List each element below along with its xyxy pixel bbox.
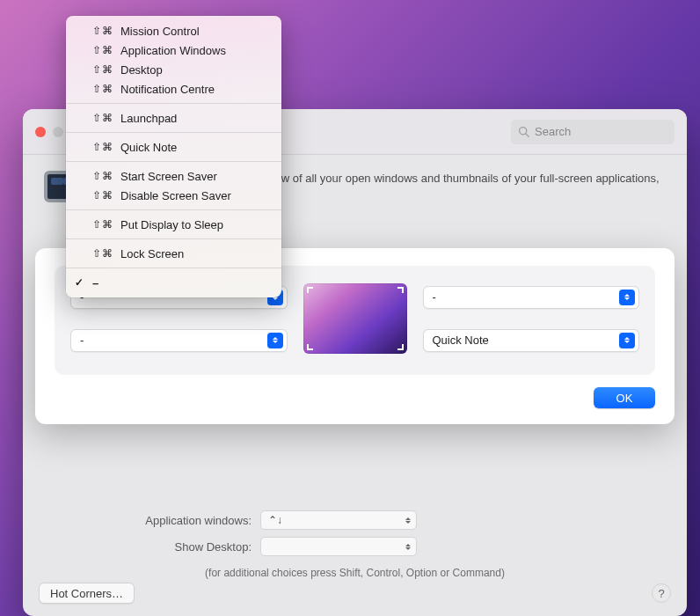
menu-separator <box>66 103 281 104</box>
shortcut-hint: (for additional choices press Shift, Con… <box>44 567 666 579</box>
corner-value: Quick Note <box>433 334 489 347</box>
menu-item[interactable]: ⇧⌘Mission Control <box>66 21 281 40</box>
bottom-bar: Hot Corners… ? <box>39 583 671 604</box>
menu-separator <box>66 238 281 239</box>
search-field[interactable]: Search <box>511 120 674 144</box>
help-button[interactable]: ? <box>652 583 671 603</box>
menu-item[interactable]: ⇧⌘Desktop <box>66 60 281 79</box>
shortcut-glyph: ⇧⌘ <box>92 83 113 95</box>
chevron-updown-icon <box>619 290 635 305</box>
menu-item[interactable]: ⇧⌘Quick Note <box>66 137 281 157</box>
shortcut-glyph: ⇧⌘ <box>92 189 113 202</box>
minimize-button[interactable] <box>53 127 63 137</box>
chevron-updown-icon <box>405 517 411 524</box>
shortcut-glyph: ⇧⌘ <box>92 112 113 124</box>
search-icon <box>518 126 529 137</box>
menu-item[interactable]: ⇧⌘Application Windows <box>66 40 281 60</box>
corner-action-menu: ⇧⌘Mission Control⇧⌘Application Windows⇧⌘… <box>66 16 281 297</box>
shortcut-glyph: ⇧⌘ <box>92 44 113 56</box>
app-windows-label: Application windows: <box>44 514 252 527</box>
shortcut-glyph: ⇧⌘ <box>92 247 113 260</box>
ok-button[interactable]: OK <box>594 387 655 408</box>
menu-item-label: Launchpad <box>120 112 177 125</box>
menu-item-label: Desktop <box>120 63 163 77</box>
corner-select-bottom-left[interactable]: - <box>70 329 288 352</box>
menu-item-label: Put Display to Sleep <box>120 218 223 231</box>
menu-item[interactable]: ⇧⌘Start Screen Saver <box>66 166 281 186</box>
menu-item[interactable]: ⇧⌘Launchpad <box>66 108 281 128</box>
app-windows-value: ⌃↓ <box>268 514 282 526</box>
menu-separator <box>66 268 281 268</box>
shortcut-glyph: ⇧⌘ <box>92 25 113 37</box>
menu-item[interactable]: ⇧⌘Disable Screen Saver <box>66 186 281 205</box>
corner-value: - <box>80 334 84 347</box>
chevron-updown-icon <box>267 333 283 348</box>
screen-preview <box>303 283 407 354</box>
show-desktop-select[interactable] <box>260 537 417 556</box>
chevron-updown-icon <box>619 333 635 348</box>
close-button[interactable] <box>35 127 46 137</box>
menu-separator <box>66 132 281 133</box>
shortcut-glyph: ⇧⌘ <box>92 218 113 231</box>
menu-item-label: Quick Note <box>120 141 177 154</box>
menu-item-label: Notification Centre <box>120 83 215 96</box>
menu-item[interactable]: ⇧⌘Notification Centre <box>66 79 281 99</box>
chevron-updown-icon <box>405 544 411 550</box>
app-windows-select[interactable]: ⌃↓ <box>260 510 417 530</box>
corner-indicator-bl <box>307 338 319 350</box>
keyboard-shortcut-rows: Application windows: ⌃↓ Show Desktop: (f… <box>44 507 666 579</box>
svg-line-1 <box>526 134 529 136</box>
shortcut-glyph: ⇧⌘ <box>92 170 113 182</box>
menu-item[interactable]: ⇧⌘Put Display to Sleep <box>66 215 281 234</box>
show-desktop-label: Show Desktop: <box>44 540 252 554</box>
shortcut-glyph: ⇧⌘ <box>92 63 113 76</box>
menu-separator <box>66 209 281 210</box>
corner-select-top-right[interactable]: - <box>423 286 640 309</box>
search-placeholder: Search <box>535 125 571 138</box>
menu-item[interactable]: ⇧⌘Lock Screen <box>66 244 281 263</box>
menu-item-label: Application Windows <box>120 44 226 57</box>
corner-select-bottom-right[interactable]: Quick Note <box>423 329 640 352</box>
menu-separator <box>66 161 281 162</box>
corner-value: - <box>433 290 436 304</box>
hot-corners-button[interactable]: Hot Corners… <box>39 583 135 604</box>
menu-item-label: Mission Control <box>120 25 200 38</box>
corner-indicator-tl <box>307 287 319 299</box>
menu-item-label: Start Screen Saver <box>120 170 217 183</box>
menu-item-label: Disable Screen Saver <box>120 189 231 202</box>
menu-item-none[interactable]: – <box>66 273 281 292</box>
corner-indicator-br <box>391 338 404 350</box>
shortcut-glyph: ⇧⌘ <box>92 141 113 153</box>
corner-indicator-tr <box>391 287 404 299</box>
menu-item-label: Lock Screen <box>120 247 184 260</box>
